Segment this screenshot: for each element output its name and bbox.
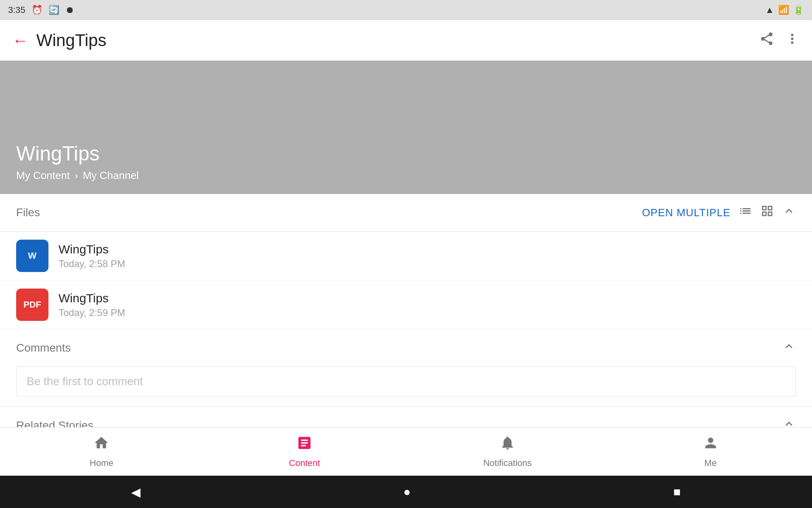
file-date-word: Today, 2:58 PM bbox=[59, 258, 125, 270]
file-item-word[interactable]: W WingTips Today, 2:58 PM bbox=[0, 232, 812, 280]
nav-label-content: Content bbox=[289, 458, 320, 468]
list-view-icon[interactable] bbox=[739, 204, 752, 221]
alarm-icon: ⏰ bbox=[31, 5, 42, 15]
status-bar-right: ▲ 📶 🔋 bbox=[765, 5, 804, 15]
breadcrumb-part2: My Channel bbox=[83, 169, 139, 182]
files-section-title: Files bbox=[16, 206, 40, 219]
app-bar: ← WingTips bbox=[0, 20, 812, 61]
home-icon bbox=[93, 435, 109, 455]
battery-icon: 🔋 bbox=[793, 5, 804, 15]
person-icon bbox=[703, 435, 719, 455]
nav-label-home: Home bbox=[90, 458, 113, 468]
file-info-word: WingTips Today, 2:58 PM bbox=[59, 242, 125, 270]
file-info-pdf: WingTips Today, 2:59 PM bbox=[59, 291, 125, 318]
file-item-pdf[interactable]: PDF WingTips Today, 2:59 PM bbox=[0, 280, 812, 329]
app-bar-left: ← WingTips bbox=[12, 31, 106, 50]
nav-item-notifications[interactable]: Notifications bbox=[406, 435, 609, 468]
comment-input-wrapper[interactable]: Be the first to comment bbox=[16, 367, 796, 396]
nav-item-content[interactable]: Content bbox=[203, 435, 406, 468]
share-button[interactable] bbox=[759, 31, 774, 50]
more-options-button[interactable] bbox=[785, 31, 800, 50]
signal-icon: 📶 bbox=[778, 5, 789, 15]
files-section-header: Files OPEN MULTIPLE bbox=[0, 194, 812, 232]
back-button[interactable]: ← bbox=[12, 32, 28, 50]
sync-icon: 🔄 bbox=[48, 5, 59, 15]
file-name-pdf: WingTips bbox=[59, 291, 125, 305]
wifi-icon: ▲ bbox=[765, 5, 774, 15]
comments-header: Comments bbox=[0, 329, 812, 367]
comment-placeholder: Be the first to comment bbox=[27, 375, 143, 388]
content-icon bbox=[296, 435, 313, 455]
file-name-word: WingTips bbox=[59, 242, 125, 256]
files-section-actions: OPEN MULTIPLE bbox=[642, 204, 796, 221]
breadcrumb: My Content › My Channel bbox=[16, 169, 796, 182]
file-date-pdf: Today, 2:59 PM bbox=[59, 307, 125, 318]
comments-section: Comments Be the first to comment bbox=[0, 329, 812, 407]
open-multiple-button[interactable]: OPEN MULTIPLE bbox=[642, 207, 730, 219]
home-sys-button[interactable]: ● bbox=[403, 485, 411, 499]
nav-item-me[interactable]: Me bbox=[609, 435, 812, 468]
app-bar-title: WingTips bbox=[36, 31, 106, 50]
bottom-nav: Home Content Notifications Me bbox=[0, 427, 812, 476]
status-bar-left: 3:35 ⏰ 🔄 ⏺ bbox=[8, 5, 74, 15]
recording-icon: ⏺ bbox=[65, 5, 74, 15]
app-bar-right bbox=[759, 31, 800, 50]
hero-title: WingTips bbox=[16, 142, 796, 165]
breadcrumb-separator: › bbox=[75, 170, 78, 181]
collapse-files-icon[interactable] bbox=[782, 204, 796, 221]
nav-label-notifications: Notifications bbox=[483, 458, 532, 468]
back-sys-button[interactable]: ◀ bbox=[131, 485, 141, 499]
comments-section-title: Comments bbox=[16, 341, 71, 354]
status-time: 3:35 bbox=[8, 5, 25, 15]
status-bar: 3:35 ⏰ 🔄 ⏺ ▲ 📶 🔋 bbox=[0, 0, 812, 20]
breadcrumb-part1: My Content bbox=[16, 169, 70, 182]
file-icon-pdf: PDF bbox=[16, 289, 48, 321]
file-icon-word: W bbox=[16, 240, 48, 272]
hero-banner: WingTips My Content › My Channel bbox=[0, 61, 812, 194]
grid-view-icon[interactable] bbox=[760, 204, 774, 221]
nav-label-me: Me bbox=[704, 458, 717, 468]
recent-sys-button[interactable]: ■ bbox=[674, 485, 681, 499]
bell-icon bbox=[499, 435, 516, 455]
nav-item-home[interactable]: Home bbox=[0, 435, 203, 468]
system-nav: ◀ ● ■ bbox=[0, 476, 812, 508]
collapse-comments-icon[interactable] bbox=[782, 339, 796, 356]
